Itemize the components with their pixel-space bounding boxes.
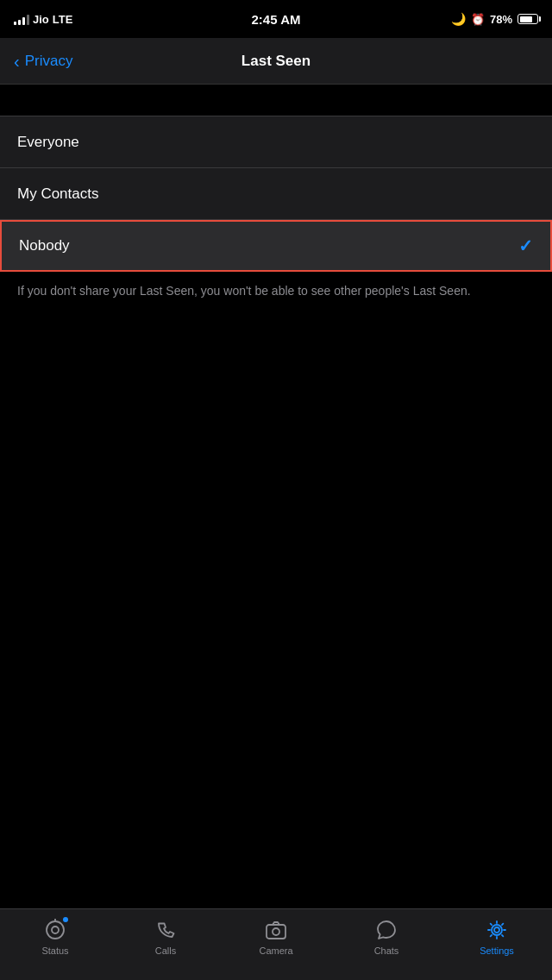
- option-nobody[interactable]: Nobody ✓: [0, 220, 552, 272]
- option-everyone-label: Everyone: [17, 134, 79, 151]
- svg-rect-3: [267, 925, 285, 939]
- info-text: If you don't share your Last Seen, you w…: [0, 272, 552, 314]
- signal-bars: [14, 13, 29, 25]
- camera-tab-icon: [264, 918, 288, 942]
- alarm-icon: ⏰: [471, 13, 485, 26]
- nav-bar: ‹ Privacy Last Seen: [0, 38, 552, 85]
- page-title: Last Seen: [242, 53, 310, 70]
- option-everyone[interactable]: Everyone: [0, 116, 552, 168]
- back-label: Privacy: [25, 53, 73, 70]
- chats-tab-icon: [374, 918, 398, 942]
- battery-icon: [518, 14, 538, 24]
- svg-point-4: [273, 928, 279, 935]
- svg-point-0: [47, 921, 64, 939]
- svg-point-6: [492, 925, 502, 935]
- option-my-contacts-label: My Contacts: [17, 185, 98, 203]
- tab-bar: Status Calls Camera Chats: [0, 908, 552, 980]
- tab-camera-label: Camera: [259, 945, 292, 956]
- do-not-disturb-icon: 🌙: [451, 12, 466, 26]
- spacer: [0, 85, 552, 116]
- tab-camera[interactable]: Camera: [250, 918, 302, 956]
- status-time: 2:45 AM: [252, 12, 301, 27]
- checkmark-icon: ✓: [518, 236, 533, 256]
- status-right: 🌙 ⏰ 78%: [451, 12, 538, 26]
- option-my-contacts[interactable]: My Contacts: [0, 168, 552, 220]
- svg-point-1: [52, 927, 59, 933]
- battery-percent: 78%: [490, 13, 512, 26]
- option-nobody-label: Nobody: [19, 237, 70, 254]
- status-bar: Jio LTE 2:45 AM 🌙 ⏰ 78%: [0, 0, 552, 38]
- tab-chats-label: Chats: [374, 945, 399, 956]
- tab-status[interactable]: Status: [29, 918, 81, 956]
- calls-tab-icon: [154, 918, 178, 942]
- tab-status-label: Status: [41, 945, 68, 956]
- svg-point-5: [494, 927, 499, 933]
- tab-settings-label: Settings: [480, 945, 514, 956]
- options-list: Everyone My Contacts Nobody ✓: [0, 116, 552, 272]
- tab-calls[interactable]: Calls: [140, 918, 191, 956]
- settings-tab-icon: [485, 918, 509, 942]
- back-button[interactable]: ‹ Privacy: [14, 53, 72, 70]
- tab-chats[interactable]: Chats: [361, 918, 412, 956]
- tab-settings[interactable]: Settings: [471, 918, 523, 956]
- status-left: Jio LTE: [14, 13, 72, 26]
- carrier-label: Jio: [33, 13, 49, 26]
- tab-calls-label: Calls: [155, 945, 176, 956]
- network-type: LTE: [53, 13, 73, 26]
- chevron-left-icon: ‹: [14, 53, 20, 70]
- status-tab-icon: [43, 918, 67, 942]
